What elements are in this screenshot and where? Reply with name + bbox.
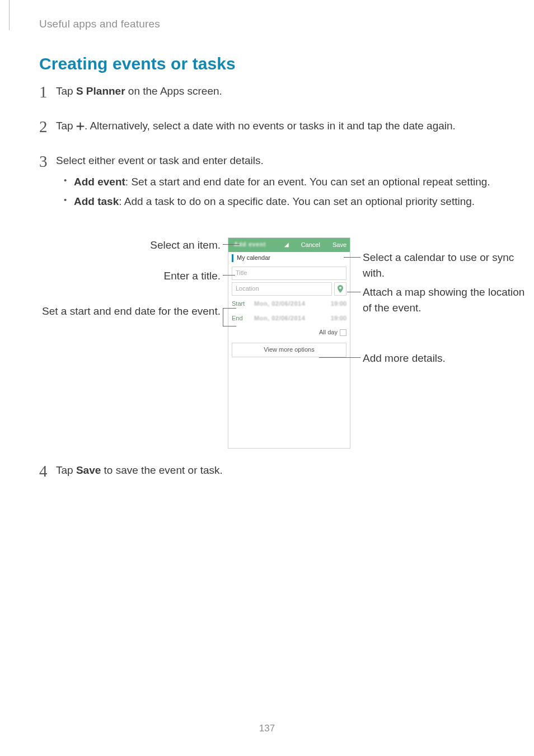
page-number: 137: [0, 722, 534, 736]
section-title: Creating events or tasks: [39, 52, 236, 76]
step-4-bold: Save: [76, 464, 101, 476]
step-3-text: Select either event or task and enter de…: [56, 153, 495, 169]
chapter-title: Useful apps and features: [39, 16, 160, 32]
header-rule: [9, 0, 10, 30]
figure: Add event ◢ Cancel Save My calendar Titl…: [39, 237, 495, 449]
leader-line: [223, 244, 240, 245]
step-number: 1: [39, 80, 48, 104]
callout-select-calendar: Select a calendar to use or sync with.: [363, 250, 531, 281]
leader-line: [223, 326, 236, 326]
leader-line: [223, 308, 236, 309]
step-3: 3 Select either event or task and enter …: [39, 153, 495, 214]
phone-end-date: Mon, 02/06/2014: [254, 314, 326, 323]
phone-calendar-row[interactable]: My calendar: [228, 252, 350, 264]
bullet-add-event-rest: : Set a start and end date for an event.…: [125, 176, 490, 188]
step-2-pre: Tap: [56, 120, 76, 132]
phone-end-label: End: [232, 314, 254, 323]
bullet-add-task: Add task: Add a task to do on a specific…: [64, 194, 495, 209]
plus-icon: [76, 122, 85, 130]
leader-line: [344, 257, 360, 258]
callout-set-dates: Set a start and end date for the event.: [36, 304, 221, 319]
step-4-pre: Tap: [56, 464, 76, 476]
phone-status-bar: Add event ◢ Cancel Save: [228, 238, 350, 252]
step-4-post: to save the event or task.: [101, 464, 223, 476]
step-1-pre: Tap: [56, 85, 76, 97]
leader-line: [223, 275, 235, 276]
step-number: 4: [39, 459, 48, 483]
phone-start-date: Mon, 02/06/2014: [254, 300, 326, 309]
leader-line: [319, 357, 360, 358]
bullet-add-event-b: Add event: [74, 176, 125, 188]
leader-line: [223, 308, 223, 326]
step-4: 4 Tap Save to save the event or task.: [39, 463, 495, 478]
phone-end-row[interactable]: End Mon, 02/06/2014 19:00: [232, 312, 346, 325]
phone-allday-label: All day: [319, 328, 338, 337]
step-number: 3: [39, 150, 48, 173]
bullet-add-task-b: Add task: [74, 195, 119, 207]
callout-attach-map: Attach a map showing the location of the…: [363, 284, 531, 315]
step-1-post: on the Apps screen.: [125, 85, 222, 97]
phone-location-input[interactable]: Location: [232, 282, 332, 296]
step-1: 1 Tap S Planner on the Apps screen.: [39, 83, 495, 99]
phone-end-time: 19:00: [326, 314, 346, 323]
step-2-post: . Alternatively, select a date with no e…: [85, 120, 456, 132]
phone-allday-row[interactable]: All day: [228, 327, 350, 339]
calendar-color-bar: [232, 254, 233, 262]
step-2: 2 Tap . Alternatively, select a date wit…: [39, 118, 495, 134]
leader-line: [347, 292, 360, 292]
map-pin-icon[interactable]: [334, 282, 346, 296]
step-number: 2: [39, 115, 48, 138]
callout-add-details: Add more details.: [363, 351, 531, 366]
phone-start-row[interactable]: Start Mon, 02/06/2014 19:00: [232, 298, 346, 310]
callout-enter-title: Enter a title.: [41, 268, 221, 284]
bullet-add-event: Add event: Set a start and end date for …: [64, 174, 495, 190]
phone-screenshot: Add event ◢ Cancel Save My calendar Titl…: [228, 237, 350, 449]
phone-viewmore-button[interactable]: View more options: [232, 343, 346, 357]
bullet-add-task-rest: : Add a task to do on a specific date. Y…: [119, 195, 475, 207]
phone-cancel[interactable]: Cancel: [301, 241, 320, 250]
phone-title-input[interactable]: Title: [232, 267, 346, 280]
signal-icon: ◢: [284, 241, 289, 249]
phone-tab-hint: Add event: [232, 241, 272, 249]
step-1-bold: S Planner: [76, 85, 125, 97]
phone-start-time: 19:00: [326, 300, 346, 309]
phone-calendar-name: My calendar: [237, 254, 270, 263]
callout-select-item: Select an item.: [41, 237, 221, 253]
phone-save[interactable]: Save: [332, 241, 346, 250]
phone-allday-checkbox[interactable]: [340, 329, 346, 336]
phone-start-label: Start: [232, 300, 254, 309]
